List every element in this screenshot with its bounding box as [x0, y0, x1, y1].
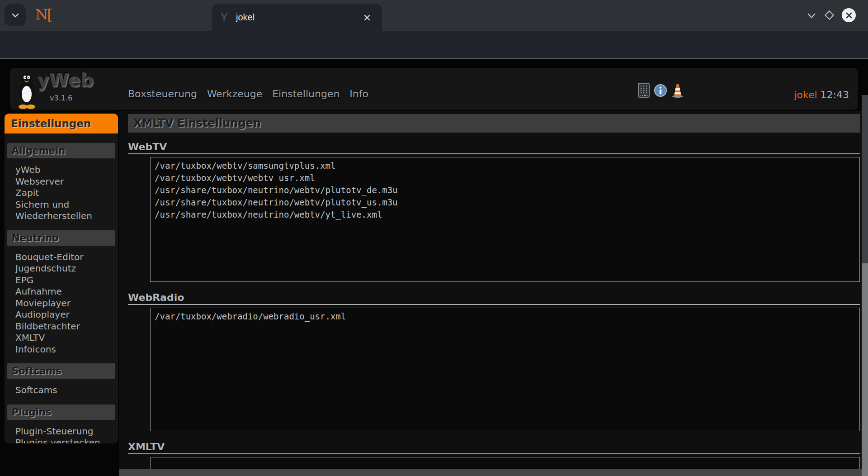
xmltv-paths-textarea[interactable]: [150, 457, 860, 469]
window-minimize-button[interactable]: [806, 10, 817, 21]
webtv-paths-textarea[interactable]: /var/tuxbox/webtv/samsungtvplus.xml /var…: [150, 157, 860, 282]
sidebar-item-webserver[interactable]: Webserver: [15, 176, 115, 188]
tab-title: jokel: [236, 12, 255, 23]
sidebar-section-allgemein: Allgemein: [7, 143, 115, 158]
page-title: XMLTV Einstellungen: [128, 114, 860, 133]
info-icon[interactable]: [654, 84, 667, 97]
sidebar-item-softcams[interactable]: Softcams: [15, 385, 115, 396]
app-logo-text: yWeb: [37, 70, 94, 90]
section-divider: [128, 304, 860, 305]
webradio-paths-textarea[interactable]: /var/tuxbox/webradio/webradio_usr.xml: [150, 308, 860, 431]
section-divider: [128, 153, 860, 154]
frame-vertical-scrollbar-thumb[interactable]: [862, 263, 868, 476]
nav-boxsteuerung[interactable]: Boxsteuerung: [128, 88, 197, 100]
sidebar-item-xmltv[interactable]: XMLTV: [15, 332, 115, 344]
sidebar-item-aufnahme[interactable]: Aufnahme: [15, 286, 115, 298]
sidebar-item-movieplayer[interactable]: Movieplayer: [15, 298, 115, 309]
window-maximize-button[interactable]: [825, 10, 834, 20]
nav-werkzeuge[interactable]: Werkzeuge: [207, 88, 262, 100]
window-close-button[interactable]: [842, 8, 856, 22]
chevron-down-icon: [806, 10, 817, 21]
browser-tab[interactable]: Y jokel: [212, 4, 382, 31]
close-icon: [845, 11, 853, 19]
tux-penguin-logo: [16, 71, 37, 109]
horizontal-scrollbar[interactable]: [119, 469, 862, 476]
sidebar-item-audioplayer[interactable]: Audioplayer: [15, 309, 115, 321]
sidebar-item-yweb[interactable]: yWeb: [15, 164, 115, 176]
sidebar-item-bouquet-editor[interactable]: Bouquet-Editor: [15, 252, 115, 263]
nav-einstellungen[interactable]: Einstellungen: [272, 88, 340, 100]
section-label-webtv: WebTV: [128, 141, 868, 153]
sidebar-section-softcams: Softcams: [7, 363, 115, 379]
sidebar-title: Einstellungen: [5, 114, 118, 133]
logged-in-user: jokel: [794, 89, 817, 100]
sidebar-item-sichern-wiederherstellen[interactable]: Sichern und Wiederherstellen: [15, 199, 115, 222]
nav-info[interactable]: Info: [349, 88, 368, 100]
sidebar-item-zapit[interactable]: Zapit: [15, 187, 115, 199]
tab-favicon: Y: [220, 10, 234, 24]
main-navigation: Boxsteuerung Werkzeuge Einstellungen Inf…: [128, 88, 368, 100]
clock: 12:43: [821, 89, 849, 100]
section-label-xmltv: XMLTV: [128, 441, 868, 453]
section-label-webradio: WebRadio: [128, 292, 868, 304]
user-session-info: jokel 12:43: [794, 89, 849, 100]
app-version: v3.1.6: [50, 94, 72, 102]
tab-strip: N[ Y jokel: [0, 0, 868, 31]
sidebar-section-plugins: Plugins: [7, 405, 115, 420]
browser-toolbar: Nicht sicher http://192.168.10.148: [0, 31, 868, 58]
sidebar-item-infoicons[interactable]: Infoicons: [15, 344, 115, 356]
browser-logo: N[: [35, 6, 52, 23]
page-header: yWeb v3.1.6 Boxsteuerung Werkzeuge Einst…: [10, 68, 858, 110]
header-quick-icons: [638, 83, 684, 98]
close-icon: [363, 14, 371, 22]
vlc-cone-icon[interactable]: [671, 83, 684, 98]
sidebar-section-neutrino: Neutrino: [7, 230, 115, 246]
sidebar-item-epg[interactable]: EPG: [15, 275, 115, 286]
remote-control-icon[interactable]: [638, 83, 650, 98]
sidebar-item-jugendschutz[interactable]: Jugendschutz: [15, 263, 115, 275]
sidebar-item-bildbetrachter[interactable]: Bildbetrachter: [15, 321, 115, 333]
chevron-down-icon: [10, 10, 20, 20]
web-page: yWeb v3.1.6 Boxsteuerung Werkzeuge Einst…: [0, 59, 868, 476]
sidebar-item-plugins-verstecken[interactable]: Plugins verstecken: [15, 437, 115, 443]
sidebar-item-plugin-steuerung[interactable]: Plugin-Steuerung: [15, 426, 115, 438]
main-content: XMLTV Einstellungen WebTV /var/tuxbox/we…: [119, 111, 868, 469]
section-divider: [128, 453, 860, 454]
sidebar: Einstellungen Allgemein yWeb Webserver Z…: [5, 114, 118, 443]
tab-close-button[interactable]: [361, 12, 373, 24]
vertical-scrollbar-thumb[interactable]: [862, 95, 868, 263]
tab-search-button[interactable]: [5, 4, 26, 26]
